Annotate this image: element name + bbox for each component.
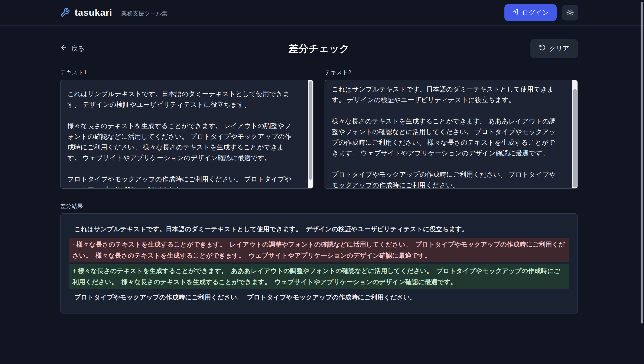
login-button-label: ログイン [522,8,549,17]
text2-label: テキスト2 [324,68,578,76]
page-scrollbar[interactable] [640,0,644,364]
diff-line-removed: - 様々な長さのテキストを生成することができます。 レイアウトの調整やフォントの… [69,238,569,262]
rotate-ccw-icon [539,44,546,53]
page-scrollbar-thumb[interactable] [640,2,643,324]
text2-scrollbar-thumb[interactable] [573,89,577,188]
text1-label: テキスト1 [60,68,314,76]
diff-result-label: 差分結果 [60,202,578,210]
text2-scrollbar[interactable] [572,80,578,188]
diff-result-lines: これはサンプルテキストです。日本語のダミーテキストとして使用できます。 デザイン… [69,222,569,304]
clear-button[interactable]: クリア [530,39,578,58]
diff-line-added: + 様々な長さのテキストを生成することができます。 あああレイアウトの調整やフォ… [69,264,569,289]
theme-toggle-button[interactable] [562,5,578,20]
brand-tagline: 業務支援ツール集 [121,10,168,17]
brand-name: tasukari [74,7,112,18]
back-link-label: 戻る [71,44,84,53]
back-link[interactable]: 戻る [60,44,84,53]
login-button[interactable]: ログイン [504,4,557,21]
wrench-icon [60,8,70,18]
text2-input[interactable] [324,80,578,188]
login-icon [512,8,518,16]
back-arrow-icon [60,44,67,53]
app-header: tasukari 業務支援ツール集 ログイン [0,0,644,26]
footer-divider [0,350,644,351]
text1-scrollbar-thumb[interactable] [308,81,312,180]
page-title: 差分チェック [288,42,350,56]
diff-line-equal: これはサンプルテキストです。日本語のダミーテキストとして使用できます。 デザイン… [69,222,569,236]
text1-scrollbar[interactable] [308,80,313,188]
diff-line-equal: プロトタイプやモックアップの作成時にご利用ください。 プロトタイプやモックアップ… [69,290,569,304]
text1-input[interactable] [60,80,314,188]
sun-icon [566,8,574,17]
brand[interactable]: tasukari 業務支援ツール集 [60,7,168,18]
clear-button-label: クリア [549,44,570,53]
diff-result-box: これはサンプルテキストです。日本語のダミーテキストとして使用できます。 デザイン… [60,213,578,314]
